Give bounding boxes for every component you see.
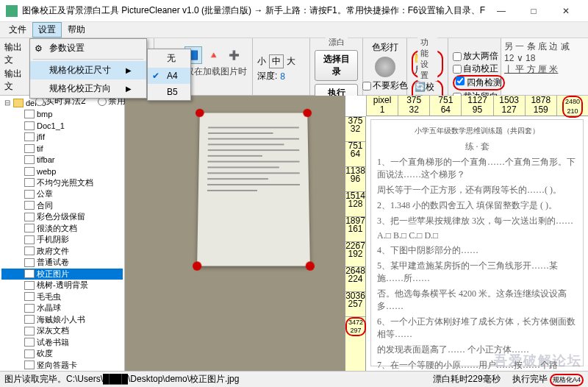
autocorr-checkbox[interactable]: 自动校正	[453, 63, 496, 75]
tree-item[interactable]: 水晶球	[1, 302, 123, 314]
tree-item[interactable]: Doc1_1	[1, 120, 123, 132]
select-dir-button[interactable]: 选择目录	[315, 50, 358, 81]
preproc-icon4[interactable]: ➕	[226, 46, 243, 64]
file-tree[interactable]: ⊟demobmpDoc1_1jfiftiftifbarwebp不均匀光照文档公章…	[0, 96, 125, 371]
status-exec: 执行完毕 规格化A4	[512, 373, 584, 386]
main-area: ⊟demobmpDoc1_1jfiftiftifbarwebp不均匀光照文档公章…	[0, 96, 588, 371]
output-label2: 输出文	[4, 68, 26, 93]
zoom2x-checkbox[interactable]: 放大两倍	[453, 50, 496, 63]
ruler-vertical: 3753275164113896151412818971612267192264…	[345, 116, 366, 371]
size-s[interactable]: 小	[257, 55, 266, 68]
menu-file[interactable]: 文件	[3, 22, 32, 38]
size-l[interactable]: 大	[287, 55, 295, 68]
tree-item[interactable]: 毛毛虫	[1, 291, 123, 303]
status-time: 漂白耗时229毫秒	[433, 373, 501, 386]
tree-item[interactable]: webp	[1, 166, 123, 177]
nocolor-checkbox[interactable]: 不要彩色	[362, 79, 408, 92]
tree-item[interactable]: jfif	[1, 132, 123, 143]
tree-item[interactable]: 试卷书籍	[1, 337, 123, 349]
original-pane[interactable]	[125, 96, 345, 371]
ruler-horizontal: pixel13753275164112795150312718781592480…	[366, 96, 588, 116]
tree-item[interactable]: tifbar	[1, 155, 123, 166]
colorprint-label: 色彩打	[372, 41, 398, 54]
original-paper	[197, 113, 310, 266]
tree-item[interactable]: 海贼娘小人书	[1, 314, 123, 326]
menu-norm-size[interactable]: 规格化校正尺寸▶	[30, 61, 146, 79]
menu-settings[interactable]: 设置	[32, 22, 62, 38]
status-path: 图片读取完毕。C:\Users\████\Desktop\demo\校正图片.j…	[4, 373, 239, 386]
app-icon	[6, 5, 18, 17]
close-button[interactable]: ✕	[550, 1, 582, 21]
status-bar: 图片读取完毕。C:\Users\████\Desktop\demo\校正图片.j…	[0, 371, 588, 387]
window-title: 图像校正及背景漂白工具 PictureCleaner v1.0 (批量漂白版) …	[22, 4, 485, 17]
handwriting-preview: 另 一 条 底 边 减 12 ∨ 18 丨 平 方 厘 米	[501, 38, 588, 95]
bleach-group-label: 漂白	[326, 37, 348, 48]
menu-param-settings[interactable]: ⚙参数设置	[30, 39, 146, 57]
submenu-none[interactable]: 无	[148, 49, 190, 68]
tree-item[interactable]: 深灰文档	[1, 325, 123, 337]
size-m[interactable]: 中	[269, 54, 284, 68]
menu-bar: 文件 设置 帮助	[0, 22, 588, 38]
tree-item[interactable]: 公章	[1, 188, 123, 200]
tree-item[interactable]: tif	[1, 143, 123, 155]
tree-item[interactable]: 桃树-透明背景	[1, 280, 123, 291]
preview-area: pixel13753275164112795150312718781592480…	[125, 96, 588, 371]
tree-item[interactable]: 竖向答题卡	[1, 360, 123, 372]
preproc-icon3[interactable]: 🔺	[205, 46, 223, 64]
tree-item[interactable]: 彩色分级保留	[1, 211, 123, 223]
tree-item[interactable]: bmp	[1, 109, 123, 121]
depth-label: 深度:	[257, 70, 277, 82]
tree-item[interactable]: 砍度	[1, 348, 123, 360]
func-group-label: 功能设置	[417, 37, 438, 81]
title-bar: 图像校正及背景漂白工具 PictureCleaner v1.0 (批量漂白版) …	[0, 0, 588, 22]
tree-item[interactable]: 合同	[1, 200, 123, 212]
result-document: 小学五年级数学思维训练题（共四套） 练 · 套 1、一个直角梯形的一个直角……个…	[370, 119, 584, 366]
tree-item[interactable]: 不均匀光照文档	[1, 177, 123, 189]
tree-item[interactable]: 手机阴影	[1, 234, 123, 246]
submenu-a4[interactable]: ✔A4	[148, 68, 190, 84]
result-pane[interactable]: pixel13753275164112795150312718781592480…	[345, 96, 588, 371]
menu-help[interactable]: 帮助	[62, 22, 91, 38]
tree-item[interactable]: 校正图片	[1, 269, 123, 280]
maximize-button[interactable]: □	[517, 1, 550, 21]
cornerdet-checkbox[interactable]: 四角检测	[453, 75, 496, 90]
tree-item[interactable]: 普通试卷	[1, 257, 123, 269]
tree-item[interactable]: 政府文件	[1, 246, 123, 258]
submenu-b5[interactable]: B5	[148, 84, 190, 100]
minimize-button[interactable]: —	[485, 1, 517, 21]
output-label: 输出文	[4, 41, 26, 66]
size-submenu: 无 ✔A4 B5	[147, 49, 191, 101]
depth-value: 8	[280, 71, 285, 82]
tree-item[interactable]: 很淡的文档	[1, 223, 123, 235]
settings-dropdown: ⚙参数设置 规格化校正尺寸▶ 规格化校正方向▶	[29, 38, 147, 99]
menu-norm-dir[interactable]: 规格化校正方向▶	[30, 79, 146, 98]
color-swatch[interactable]	[375, 57, 395, 77]
